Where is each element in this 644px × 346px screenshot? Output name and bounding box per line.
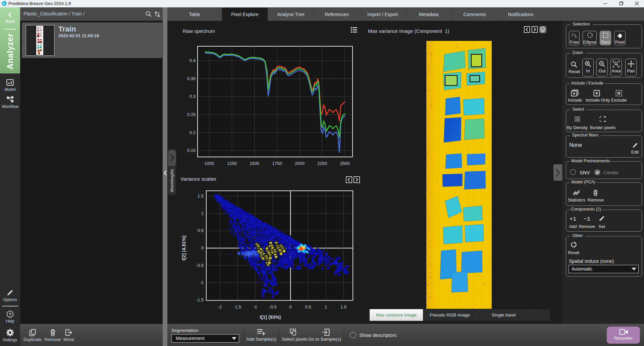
svg-text:0.35: 0.35: [187, 76, 196, 81]
svg-text:0: 0: [289, 304, 291, 309]
svg-text:2500: 2500: [340, 161, 350, 166]
svg-text:0.15: 0.15: [187, 148, 196, 153]
svg-text:2000: 2000: [295, 161, 305, 166]
svg-text:0.5: 0.5: [305, 304, 311, 309]
svg-text:-2: -2: [218, 304, 222, 309]
svg-text:0.2: 0.2: [190, 130, 196, 135]
svg-text:-1.5: -1.5: [234, 304, 241, 309]
svg-text:0.5: 0.5: [198, 228, 204, 233]
svg-text:1000: 1000: [205, 161, 214, 166]
svg-text:t[1] (93%): t[1] (93%): [260, 314, 281, 320]
svg-text:1250: 1250: [227, 161, 237, 166]
svg-text:0.25: 0.25: [187, 112, 196, 117]
svg-text:t[2] (4.81%): t[2] (4.81%): [181, 236, 186, 261]
svg-text:?: ?: [9, 312, 11, 317]
svg-text:0.4: 0.4: [190, 58, 196, 63]
svg-text:-1: -1: [253, 304, 257, 309]
svg-text:1.5: 1.5: [340, 304, 346, 309]
svg-text:-1.5: -1.5: [196, 297, 204, 302]
svg-text:-0.5: -0.5: [269, 304, 276, 309]
svg-text:1.5: 1.5: [198, 193, 204, 198]
svg-text:0.3: 0.3: [190, 94, 196, 99]
svg-text:0: 0: [201, 245, 204, 250]
svg-text:-0.5: -0.5: [196, 263, 204, 268]
svg-text:1500: 1500: [250, 161, 259, 166]
svg-text:1750: 1750: [272, 161, 282, 166]
svg-text:1: 1: [201, 211, 204, 216]
svg-text:1: 1: [325, 304, 327, 309]
svg-text:-1: -1: [200, 280, 204, 285]
svg-text:2250: 2250: [317, 161, 327, 166]
